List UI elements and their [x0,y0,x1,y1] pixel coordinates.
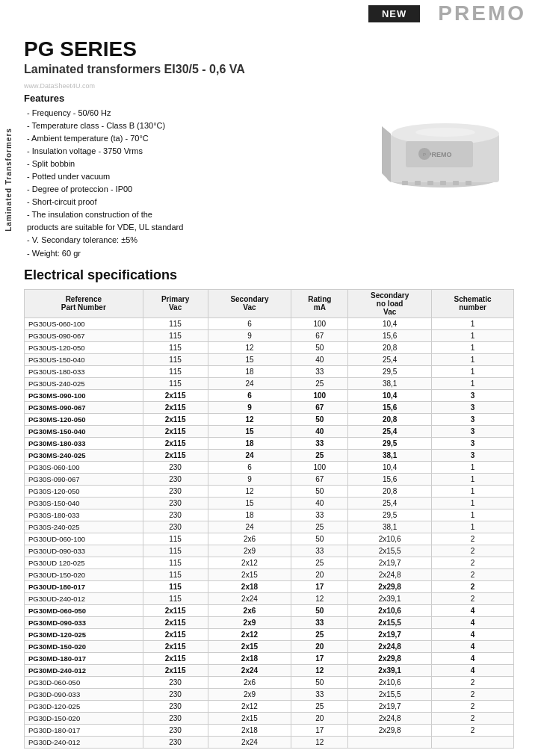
table-cell: 3 [432,437,514,449]
table-cell: 2 [432,688,514,700]
table-cell: 33 [291,616,348,628]
table-cell: 38,1 [348,521,432,533]
table-cell: 12 [208,341,291,353]
new-badge: NEW [368,5,420,22]
table-row: PG30MS-090-0672x11596715,63 [25,401,514,413]
col-header-reference: ReferencePart Number [25,289,143,317]
feature-item: - Temperature class - Class B (130°C) [24,120,365,132]
table-cell: 29,5 [348,437,432,449]
table-cell: 2 [432,592,514,604]
electrical-title: Electrical specifications [24,267,514,283]
table-cell: 2x29,8 [348,652,432,664]
series-title: PG SERIES [24,37,514,61]
table-cell: 2x15 [208,640,291,652]
table-row: PG30MS-120-0502x115125020,83 [25,413,514,425]
table-row: PG30S-240-025230242538,11 [25,521,514,533]
table-cell: 2x18 [208,580,291,592]
table-cell: PG30MD-090-033 [25,616,143,628]
table-cell: 230 [143,724,208,736]
table-cell: 25,4 [348,425,432,437]
table-cell: PG30MS-090-100 [25,389,143,401]
table-cell: 4 [432,616,514,628]
table-cell: 67 [291,401,348,413]
feature-item: - Weight: 60 gr [24,247,365,260]
table-row: PG30UD-150-0201152x15202x24,82 [25,568,514,580]
svg-rect-8 [402,181,408,185]
table-row: PG30MS-150-0402x115154025,43 [25,425,514,437]
table-cell: 9 [208,329,291,341]
table-cell: 100 [291,461,348,473]
table-cell: 2x6 [208,676,291,688]
watermark: www.DataSheet4U.com [24,82,514,90]
table-cell: 67 [291,329,348,341]
feature-item: - The insulation construction of the [24,208,365,221]
table-cell: 2x18 [208,652,291,664]
table-cell: 4 [432,628,514,640]
table-cell: 2x24 [208,736,291,748]
table-cell: 230 [143,485,208,497]
col-header-secondary: SecondaryVac [208,289,291,317]
table-cell: PG30US-060-100 [25,317,143,329]
table-cell: 4 [432,604,514,616]
table-cell: 2x24,8 [348,712,432,724]
table-cell: 2x9 [208,545,291,557]
series-subtitle: Laminated transformers EI30/5 - 0,6 VA [24,63,514,76]
table-cell: 18 [208,437,291,449]
svg-rect-10 [427,181,433,185]
table-cell: 2 [432,724,514,736]
table-cell: 33 [291,688,348,700]
table-row: PG30S-150-040230154025,41 [25,497,514,509]
table-cell: PG30MD-150-020 [25,640,143,652]
table-cell: 67 [291,473,348,485]
table-cell: PG30US-150-040 [25,353,143,365]
table-cell: 115 [143,377,208,389]
table-cell: 2x115 [143,425,208,437]
table-cell: PG30MS-150-040 [25,425,143,437]
table-cell: 115 [143,568,208,580]
table-cell: 2x115 [143,640,208,652]
col-header-schematic: Schematicnumber [432,289,514,317]
table-cell: 25 [291,557,348,568]
table-cell: 100 [291,317,348,329]
table-cell: 4 [432,664,514,676]
table-cell: 2x115 [143,604,208,616]
table-cell: 25,4 [348,353,432,365]
svg-text:PREMO: PREMO [427,151,451,158]
table-row: PG30MD-120-0252x1152x12252x19,74 [25,628,514,640]
table-cell: 15 [208,353,291,365]
table-row: PG30UD-240-0121152x24122x39,12 [25,592,514,604]
table-cell: 3 [432,389,514,401]
table-cell: 25 [291,628,348,640]
table-cell: 2x29,8 [348,724,432,736]
table-cell: 2x15 [208,712,291,724]
table-cell: 115 [143,317,208,329]
table-cell: 2x115 [143,616,208,628]
table-cell: 15 [208,497,291,509]
table-cell: 12 [208,413,291,425]
table-cell: PG30UD 120-025 [25,557,143,568]
table-row: PG30US-180-033115183329,51 [25,365,514,377]
table-cell: 15,6 [348,401,432,413]
table-cell: 1 [432,365,514,377]
col-header-rating: RatingmA [291,289,348,317]
table-cell: 33 [291,545,348,557]
table-cell: 1 [432,497,514,509]
table-cell: 50 [291,485,348,497]
table-cell: 15 [208,425,291,437]
product-image: PREMO P [368,93,510,197]
table-cell: 2x115 [143,628,208,640]
table-cell: 2x39,1 [348,592,432,604]
table-cell: 2x115 [143,664,208,676]
table-cell: 20,8 [348,413,432,425]
table-cell: 40 [291,425,348,437]
table-cell: 17 [291,724,348,736]
table-cell: 2 [432,700,514,712]
table-cell: PG30MD-120-025 [25,628,143,640]
table-row: PG30MD-090-0332x1152x9332x15,54 [25,616,514,628]
table-cell: 115 [143,580,208,592]
table-header-row: ReferencePart Number PrimaryVac Secondar… [25,289,514,317]
table-cell: 1 [432,329,514,341]
table-cell: PG30MS-240-025 [25,449,143,461]
table-cell: 24 [208,521,291,533]
table-cell: 2x115 [143,652,208,664]
